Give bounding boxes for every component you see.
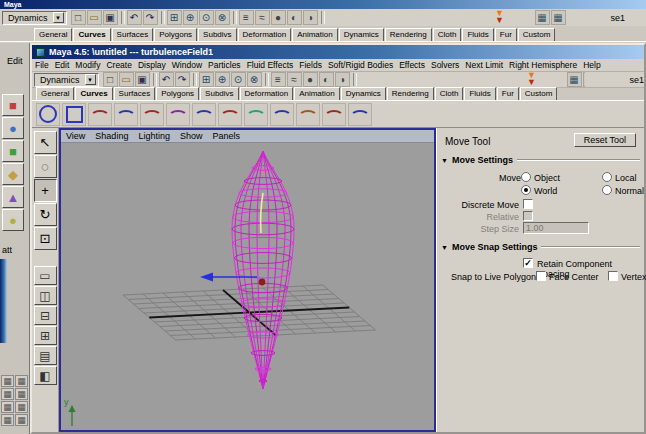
cube-primitive-icon[interactable]: ■ [2, 94, 24, 116]
cube-primitive-icon[interactable]: ■ [2, 140, 24, 162]
separator[interactable] [321, 11, 325, 24]
shelf-tab[interactable]: General [36, 87, 74, 100]
snap-grid-icon[interactable]: ⊞ [199, 72, 214, 87]
shelf-tab[interactable]: Surfaces [112, 28, 154, 41]
shelf-tab[interactable]: Animation [294, 87, 340, 100]
redo-icon[interactable]: ↷ [175, 72, 190, 87]
shelf-tab[interactable]: Polygons [154, 28, 197, 41]
shelf-tab[interactable]: Fur [497, 87, 519, 100]
section-header-move-snap-settings[interactable]: ▼ Move Snap Settings [441, 242, 640, 252]
sphere-primitive-icon[interactable]: ● [2, 209, 24, 231]
render-icon[interactable]: ● [303, 72, 318, 87]
select-tool-icon[interactable]: ↖ [34, 131, 57, 154]
snap-point-icon[interactable]: ⊙ [199, 10, 214, 25]
rotate-tool-icon[interactable]: ↻ [34, 203, 57, 226]
shelf-tab[interactable]: Dynamics [341, 87, 386, 100]
checkbox-face-center[interactable] [536, 271, 546, 281]
two-pane-side-layout-icon[interactable]: ◫ [34, 286, 57, 305]
panel-icon[interactable]: ▦ [15, 375, 28, 387]
menu-item[interactable]: Edit [52, 60, 73, 70]
shelf-tab[interactable]: Custom [518, 28, 556, 41]
radio-object[interactable] [521, 172, 531, 182]
numeric-field-grid-icon[interactable]: ▦ [535, 10, 550, 25]
snap-view-icon[interactable]: ⊗ [215, 10, 230, 25]
shelf-tab[interactable]: General [34, 28, 72, 41]
separator[interactable] [193, 73, 197, 86]
shelf-tab[interactable]: Fur [495, 28, 517, 41]
construction-history-icon[interactable]: ≡ [239, 10, 254, 25]
viewport-menu-item[interactable]: Lighting [133, 131, 175, 141]
shelf-tab[interactable]: Curves [73, 28, 110, 41]
menu-set-dropdown[interactable]: Dynamics ▼ [34, 73, 99, 87]
shelf-tab[interactable]: Custom [520, 87, 558, 100]
menu-item[interactable]: Window [169, 60, 205, 70]
list-inputs-icon[interactable]: ≈ [255, 10, 270, 25]
new-scene-icon[interactable]: □ [71, 10, 86, 25]
double-chevron-icon[interactable] [492, 10, 508, 25]
menu-item[interactable]: File [32, 60, 52, 70]
menu-item[interactable]: Fields [296, 60, 325, 70]
panel-icon[interactable]: ▦ [1, 375, 14, 387]
window-titlebar[interactable]: Maya 4.5: \untitled --- turbulenceField1 [32, 45, 644, 59]
viewport-menu-item[interactable]: Show [175, 131, 208, 141]
split-pane-layout-icon[interactable]: ◧ [34, 366, 57, 385]
panel-icon[interactable]: ▦ [1, 401, 14, 413]
numeric-field-grid-icon[interactable]: ▦ [551, 10, 566, 25]
snap-curve-icon[interactable]: ⊕ [183, 10, 198, 25]
background-edit-menu[interactable]: Edit [0, 43, 29, 66]
separator[interactable] [233, 11, 237, 24]
two-pane-stacked-layout-icon[interactable]: ⊟ [34, 306, 57, 325]
double-chevron-icon[interactable] [524, 72, 540, 87]
menu-item[interactable]: Particles [205, 60, 244, 70]
background-vertical-titlebar[interactable] [0, 259, 7, 343]
viewport-menu-item[interactable]: View [61, 131, 90, 141]
separator[interactable] [353, 73, 357, 86]
redo-icon[interactable]: ↷ [143, 10, 158, 25]
checkbox-relative[interactable] [523, 211, 533, 221]
edit-curve-icon[interactable] [166, 103, 190, 126]
menu-item[interactable]: Soft/Rigid Bodies [325, 60, 396, 70]
viewport-scene[interactable]: y [61, 143, 434, 430]
selected-cone-wireframe[interactable] [232, 151, 294, 389]
menu-item[interactable]: Display [135, 60, 169, 70]
open-close-curve-icon[interactable] [270, 103, 294, 126]
step-size-field[interactable]: 1.00 [523, 222, 589, 234]
shelf-tab[interactable]: Subdivs [198, 28, 236, 41]
light-icon[interactable]: ▲ [2, 186, 24, 208]
construction-history-icon[interactable]: ≡ [271, 72, 286, 87]
list-inputs-icon[interactable]: ≈ [287, 72, 302, 87]
align-curves-icon[interactable] [244, 103, 268, 126]
lasso-select-tool-icon[interactable]: ◌ [34, 155, 57, 178]
render-globals-icon[interactable]: ◑ [303, 10, 318, 25]
ipr-render-icon[interactable]: ◐ [287, 10, 302, 25]
panel-icon[interactable]: ▦ [15, 414, 28, 426]
cv-curve-icon[interactable] [114, 103, 138, 126]
checkbox-retain-component-spacing[interactable]: ✓ [523, 258, 533, 268]
snap-curve-icon[interactable]: ⊕ [215, 72, 230, 87]
undo-icon[interactable]: ↶ [159, 72, 174, 87]
menu-item[interactable]: Modify [72, 60, 103, 70]
pencil-curve-icon[interactable] [88, 103, 112, 126]
viewport-menu-item[interactable]: Panels [207, 131, 245, 141]
open-scene-icon[interactable]: ▭ [87, 10, 102, 25]
shelf-tab[interactable]: Cloth [435, 87, 464, 100]
menu-item[interactable]: Create [103, 60, 135, 70]
intersect-curves-icon[interactable] [348, 103, 372, 126]
shelf-tab[interactable]: Polygons [156, 87, 199, 100]
single-pane-layout-icon[interactable]: ▭ [34, 266, 57, 285]
checkbox-discrete-move[interactable] [523, 199, 533, 209]
render-globals-icon[interactable]: ◑ [335, 72, 350, 87]
panel-icon[interactable]: ▦ [15, 401, 28, 413]
menu-item[interactable]: Next Limit [462, 60, 506, 70]
save-scene-icon[interactable]: ▣ [103, 10, 118, 25]
numeric-field-grid-icon[interactable]: ▦ [583, 72, 586, 87]
open-scene-icon[interactable]: ▭ [119, 72, 134, 87]
separator[interactable] [153, 73, 157, 86]
panel-icon[interactable]: ▦ [15, 388, 28, 400]
render-icon[interactable]: ● [271, 10, 286, 25]
numeric-field-grid-icon[interactable]: ▦ [567, 72, 582, 87]
separator[interactable] [265, 73, 269, 86]
undo-icon[interactable]: ↶ [127, 10, 142, 25]
save-scene-icon[interactable]: ▣ [135, 72, 150, 87]
snap-point-icon[interactable]: ⊙ [231, 72, 246, 87]
